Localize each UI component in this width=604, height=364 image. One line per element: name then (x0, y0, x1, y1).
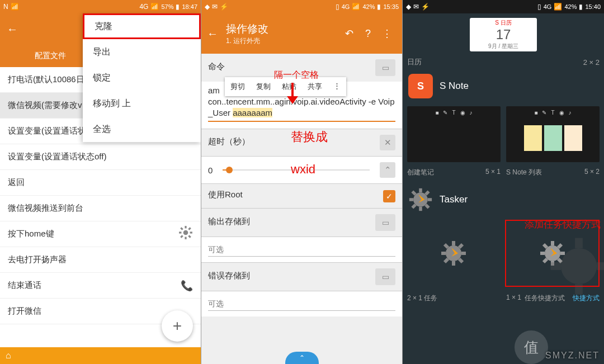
annotation-arrow-icon (284, 83, 301, 105)
expand-handle[interactable]: ⌃ (285, 352, 319, 364)
output-input-row (201, 237, 402, 262)
back-icon[interactable]: ← (207, 27, 218, 40)
timeout-value: 0 (208, 166, 213, 175)
svg-line-16 (412, 191, 416, 195)
svg-line-41 (544, 244, 547, 248)
screen-2-action-edit: ◆ ✉ ⚡ ▯ 4G 📶 42% ▮ 15:35 ← 操作修改 1. 运行外壳 … (201, 0, 403, 364)
menu-lock[interactable]: 锁定 (83, 65, 201, 91)
slider-thumb[interactable] (226, 167, 233, 173)
ctx-cut[interactable]: 剪切 (225, 77, 251, 96)
watermark-badge: 值 (515, 330, 548, 364)
root-section: 使用Root ✓ (201, 183, 402, 208)
screen-1-tasker-tasklist: N 📶 4G 📶 57% ▮ 18:47 ← 配置文件 任务 打电话(默认100… (0, 0, 201, 364)
app-header: ← 操作修改 1. 运行外壳 ↶ ? ⋮ (201, 13, 402, 54)
collapse-icon[interactable]: ✕ (380, 135, 395, 150)
clock: 15:40 (585, 3, 601, 10)
list-item[interactable]: 去电打开扬声器 (0, 247, 201, 273)
svg-line-43 (544, 259, 547, 262)
svg-line-28 (445, 259, 448, 262)
svg-line-6 (188, 235, 190, 237)
status-bar: ◆ ✉ ⚡ ▯ 4G 📶 42% ▮ 15:40 (403, 0, 604, 13)
note-thumb (524, 125, 542, 151)
svg-line-26 (445, 244, 448, 248)
svg-line-18 (412, 205, 416, 208)
annotation-replace-1: 替换成 (291, 129, 328, 145)
signal-label: 4G (544, 3, 552, 10)
widget-task[interactable] (407, 220, 499, 287)
battery-icon: ▮ (579, 3, 583, 11)
root-checkbox[interactable]: ✓ (383, 190, 395, 202)
bolt-icon: ⚡ (421, 3, 430, 11)
calendar-label-row: 日历 2 × 2 (406, 55, 601, 69)
svg-marker-10 (287, 96, 298, 104)
svg-point-0 (183, 230, 188, 235)
context-menu: 克隆 导出 锁定 移动到 上 全选 (83, 13, 201, 142)
tasker-icon (408, 187, 433, 212)
menu-clone[interactable]: 克隆 (83, 13, 201, 39)
annotation-space: 隔一个空格 (274, 69, 319, 81)
svg-line-5 (181, 228, 182, 229)
up-arrow-icon[interactable]: ⌃ (380, 162, 395, 178)
watermark-text: SMYZ.NET (545, 351, 600, 361)
command-input-area[interactable]: 剪切 复制 粘贴 共享 ⋮ am con..tencent.mm..agin.v… (201, 82, 402, 129)
nfc-icon: N (3, 3, 8, 11)
screen-3-widget-picker: ◆ ✉ ⚡ ▯ 4G 📶 42% ▮ 15:40 S 日历 17 9月 / 星期… (403, 0, 604, 364)
error-input[interactable] (208, 297, 395, 311)
snote-header: S S Note (406, 69, 601, 103)
calendar-widget[interactable]: S 日历 17 9月 / 星期三 (470, 18, 537, 51)
output-input[interactable] (208, 243, 395, 257)
wifi-icon: 📶 (11, 3, 19, 11)
menu-moveto[interactable]: 移动到 上 (83, 91, 201, 116)
battery-pct: 42% (362, 3, 375, 10)
tasker-name: Tasker (440, 194, 468, 205)
help-icon[interactable]: ? (358, 28, 378, 40)
annotation-replace-2: wxid (291, 162, 315, 177)
mail-icon: ✉ (212, 3, 218, 11)
sim-icon: ▯ (537, 3, 541, 11)
battery-icon: ▮ (176, 3, 180, 11)
tag-icon[interactable]: ▭ (375, 268, 395, 285)
output-label: 输出存储到 (208, 216, 250, 227)
form-body: 命令 ▭ 剪切 复制 粘贴 共享 ⋮ am con..tencent.mm..a… (201, 54, 402, 316)
phone-icon: 📞 (181, 280, 193, 292)
ctx-more[interactable]: ⋮ (328, 77, 346, 96)
error-label: 错误存储到 (208, 271, 250, 281)
page-subtitle: 1. 运行外壳 (226, 36, 339, 46)
snote-labels: 创建笔记5 × 1 S Note 列表5 × 2 (406, 166, 601, 183)
battery-pct: 57% (161, 3, 173, 10)
widget-name: 日历 (407, 57, 422, 67)
tasker-header: Tasker (406, 183, 601, 216)
widget-size: 2 × 2 (583, 58, 600, 67)
annotation-add-shortcut: 添加任务快捷方式 (525, 218, 601, 231)
undo-icon[interactable]: ↶ (339, 27, 358, 40)
ctx-copy[interactable]: 复制 (251, 77, 276, 96)
root-label: 使用Root (208, 190, 243, 200)
fab-add[interactable]: + (162, 310, 193, 342)
selected-text[interactable]: aaaaaaam (233, 108, 272, 117)
gear-icon (178, 225, 193, 243)
list-item[interactable]: 返回 (0, 170, 201, 196)
status-bar: ◆ ✉ ⚡ ▯ 4G 📶 42% ▮ 15:35 (201, 0, 402, 13)
menu-selectall[interactable]: 全选 (83, 116, 201, 142)
list-item[interactable]: 设置变量(设置通话状态off) (0, 144, 201, 170)
home-icon[interactable]: ⌂ (6, 351, 11, 361)
svg-line-8 (188, 228, 190, 229)
menu-export[interactable]: 导出 (83, 39, 201, 65)
signal-icon: 📶 (352, 3, 360, 11)
widget-create-note[interactable]: ■✎T◉♪ (407, 106, 501, 162)
svg-line-7 (181, 235, 182, 237)
svg-line-17 (426, 205, 429, 208)
overflow-icon[interactable]: ⋮ (378, 27, 397, 40)
bolt-icon: ⚡ (220, 3, 228, 11)
note-thumb (544, 125, 562, 151)
list-item[interactable]: 按下home键 (0, 221, 201, 247)
tag-icon[interactable]: ▭ (375, 214, 395, 231)
calendar-date: 9月 / 星期三 (470, 42, 537, 50)
tag-icon[interactable]: ▭ (375, 59, 395, 76)
widget-note-list[interactable]: ■✎T◉♪ (506, 106, 600, 162)
back-icon[interactable]: ← (7, 23, 18, 36)
list-item[interactable]: 微信视频推送到前台 (0, 196, 201, 221)
list-item[interactable]: 结束通话 📞 (0, 273, 201, 299)
signal-icon: 📶 (554, 3, 562, 11)
output-section: 输出存储到 ▭ (201, 208, 402, 237)
